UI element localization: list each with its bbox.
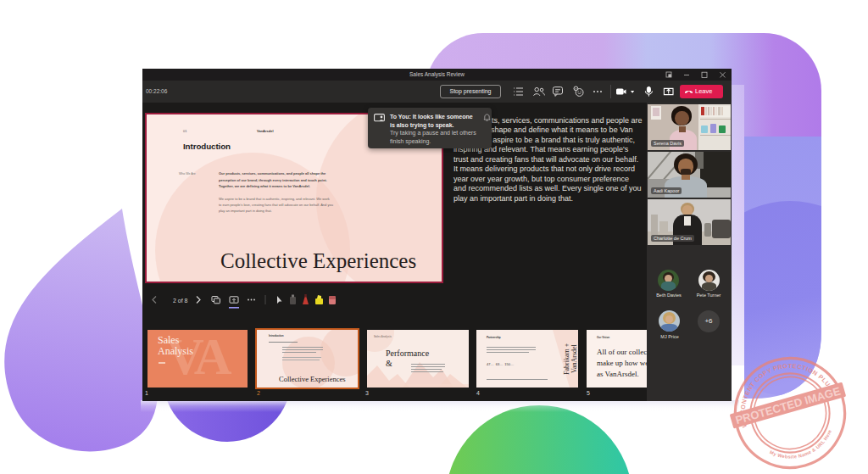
svg-text:2 of 8: 2 of 8 — [173, 298, 188, 304]
